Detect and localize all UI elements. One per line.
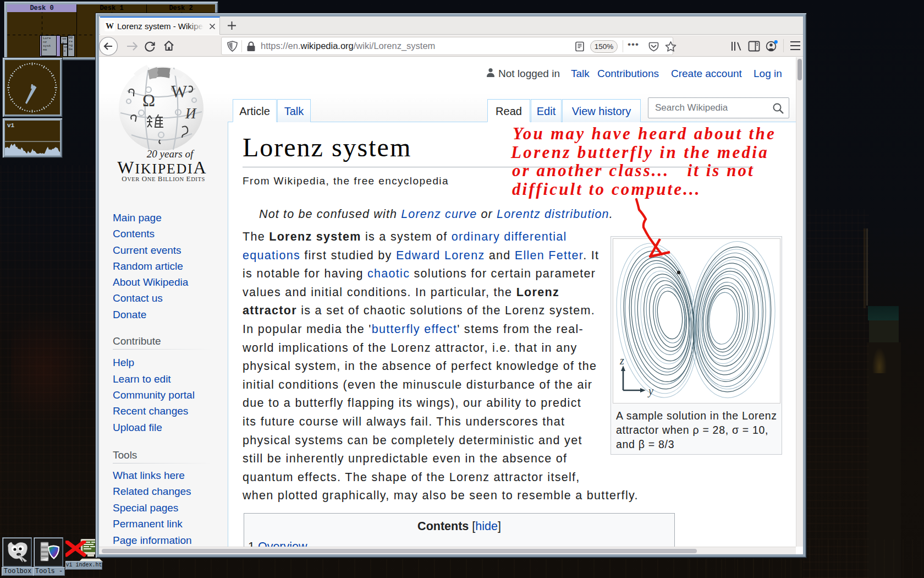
svg-text:W: W bbox=[171, 82, 188, 101]
svg-text:z: z bbox=[619, 355, 624, 367]
svg-text:y: y bbox=[647, 385, 653, 397]
svg-text:Ω: Ω bbox=[142, 91, 155, 110]
svg-text:И: И bbox=[185, 105, 197, 122]
